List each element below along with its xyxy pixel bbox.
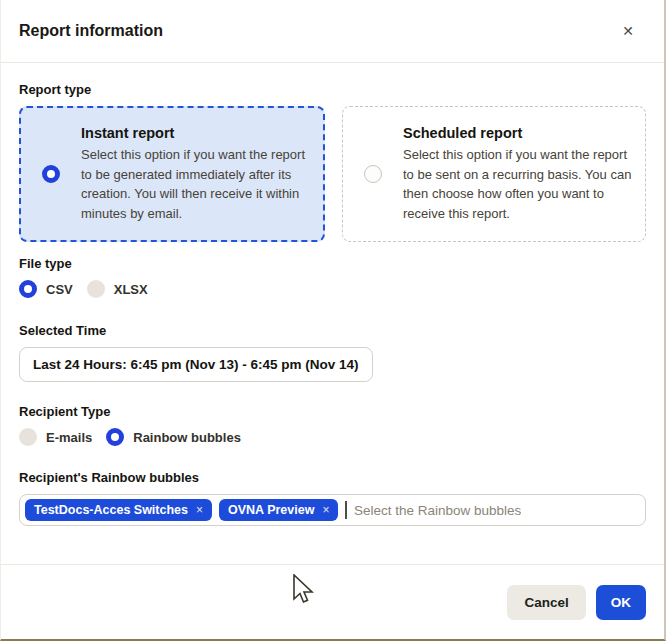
xlsx-radio-label: XLSX — [114, 282, 148, 297]
xlsx-radio[interactable] — [87, 280, 105, 298]
dialog-title: Report information — [19, 22, 163, 40]
file-type-label: File type — [19, 256, 646, 271]
selected-time-value[interactable]: Last 24 Hours: 6:45 pm (Nov 13) - 6:45 p… — [19, 347, 373, 382]
instant-report-title: Instant report — [81, 125, 311, 141]
report-type-options: Instant report Select this option if you… — [19, 106, 646, 242]
recipients-label: Recipient's Rainbow bubbles — [19, 470, 646, 485]
rainbow-bubbles-radio[interactable] — [106, 428, 124, 446]
selected-time-label: Selected Time — [19, 323, 646, 338]
instant-report-description: Select this option if you want the repor… — [81, 145, 311, 223]
csv-radio-label: CSV — [46, 282, 73, 297]
file-type-option-xlsx[interactable]: XLSX — [87, 280, 148, 298]
close-icon[interactable]: ✕ — [618, 20, 638, 42]
tag-remove-icon[interactable]: × — [322, 503, 329, 517]
dialog-footer: Cancel OK — [1, 564, 664, 639]
rainbow-bubbles-select[interactable]: TestDocs-Acces Switches × OVNA Preview × — [19, 494, 646, 526]
recipient-type-label: Recipient Type — [19, 404, 646, 419]
scheduled-card-content: Scheduled report Select this option if y… — [403, 110, 645, 238]
tag-remove-icon[interactable]: × — [196, 503, 203, 517]
report-type-label: Report type — [19, 82, 646, 97]
report-type-option-instant[interactable]: Instant report Select this option if you… — [19, 106, 325, 242]
file-type-option-csv[interactable]: CSV — [19, 280, 73, 298]
scheduled-report-radio[interactable] — [364, 165, 382, 183]
text-caret — [345, 501, 347, 519]
csv-radio[interactable] — [19, 280, 37, 298]
emails-radio-label: E-mails — [46, 430, 92, 445]
ok-button[interactable]: OK — [596, 585, 646, 620]
dialog-body: Report type Instant report Select this o… — [1, 63, 664, 526]
instant-radio-col — [21, 165, 81, 183]
tag-label: TestDocs-Acces Switches — [34, 503, 188, 517]
scheduled-radio-col — [343, 165, 403, 183]
recipient-type-option-emails[interactable]: E-mails — [19, 428, 92, 446]
rainbow-bubbles-radio-label: Rainbow bubbles — [133, 430, 241, 445]
instant-report-radio[interactable] — [42, 165, 60, 183]
emails-radio[interactable] — [19, 428, 37, 446]
report-information-dialog: Report information ✕ Report type Instant… — [0, 0, 666, 641]
rainbow-bubbles-search-input[interactable] — [354, 503, 640, 518]
dialog-header: Report information ✕ — [1, 0, 664, 63]
instant-card-content: Instant report Select this option if you… — [81, 110, 323, 238]
tag-label: OVNA Preview — [228, 503, 314, 517]
recipient-type-option-rainbow-bubbles[interactable]: Rainbow bubbles — [106, 428, 241, 446]
report-type-option-scheduled[interactable]: Scheduled report Select this option if y… — [342, 106, 646, 242]
recipient-type-options: E-mails Rainbow bubbles — [19, 428, 646, 446]
tag-ovna-preview[interactable]: OVNA Preview × — [219, 499, 338, 521]
scheduled-report-title: Scheduled report — [403, 125, 633, 141]
cancel-button[interactable]: Cancel — [507, 585, 585, 620]
tag-testdocs-acces-switches[interactable]: TestDocs-Acces Switches × — [25, 499, 212, 521]
file-type-options: CSV XLSX — [19, 280, 646, 298]
scheduled-report-description: Select this option if you want the repor… — [403, 145, 633, 223]
